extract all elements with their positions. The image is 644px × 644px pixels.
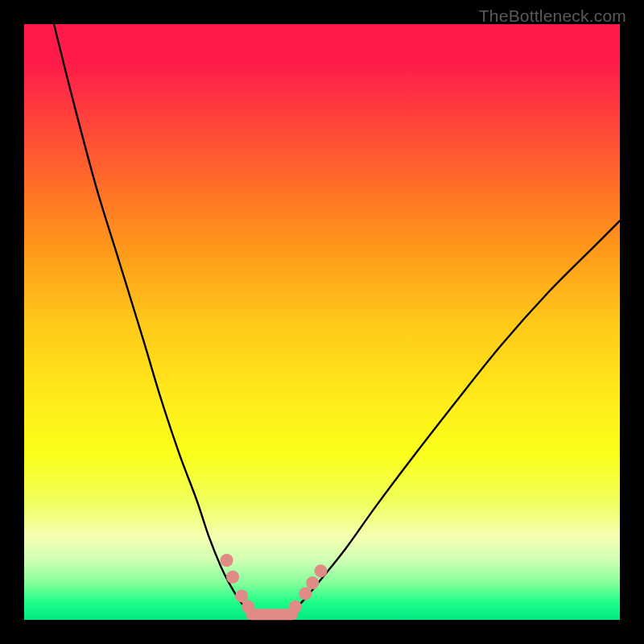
markers-layer [221,554,328,620]
data-marker [226,571,239,584]
watermark-label: TheBottleneck.com [479,6,626,26]
data-marker [221,554,233,567]
curve-left-curve [54,24,250,612]
data-marker [315,564,328,577]
data-marker [299,587,312,600]
data-marker [289,601,302,613]
data-marker [306,576,319,589]
chart-svg [24,24,620,620]
curve-right-curve [292,221,620,611]
data-marker [235,589,248,602]
data-marker [242,601,254,613]
chart-frame: TheBottleneck.com [0,0,644,644]
curves-layer [54,24,620,612]
